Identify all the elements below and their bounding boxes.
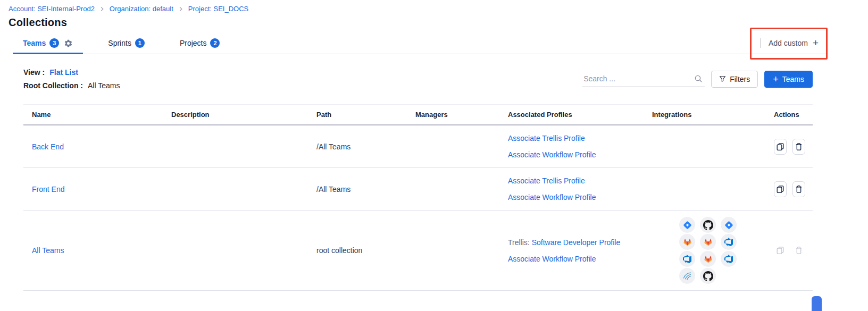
plus-icon: + (773, 75, 779, 83)
jira-icon (721, 217, 737, 233)
row-name-cell: Back End (23, 142, 171, 151)
profile-link[interactable]: Associate Workflow Profile (508, 255, 596, 263)
profile-link[interactable]: Associate Workflow Profile (508, 150, 596, 159)
row-integrations-cell (652, 211, 774, 290)
azure-icon (679, 251, 695, 267)
jira-icon (679, 217, 695, 233)
profile-line: Trellis:Software Developer Profile (508, 237, 620, 248)
profile-line: Associate Workflow Profile (508, 254, 596, 264)
top-bar: Account: SEI-Internal-Prod2 Organization… (0, 0, 868, 29)
profile-prefix-label: Trellis: (508, 238, 530, 247)
collections-table: Name Description Path Managers Associate… (23, 104, 813, 291)
profile-line: Associate Workflow Profile (508, 192, 596, 203)
profile-link[interactable]: Software Developer Profile (532, 238, 621, 247)
table-header: Name Description Path Managers Associate… (23, 104, 813, 125)
collection-name-link[interactable]: Back End (32, 142, 64, 151)
sonarqube-icon (679, 268, 695, 284)
collection-name-link[interactable]: All Teams (32, 246, 64, 255)
azure-icon (721, 234, 737, 250)
profile-line: Associate Trellis Profile (508, 175, 585, 186)
row-profiles-cell: Associate Trellis ProfileAssociate Workf… (508, 168, 652, 210)
plus-icon: + (813, 39, 819, 47)
chevron-right-icon (99, 6, 105, 12)
tab-sprints-label: Sprints (108, 39, 131, 47)
github-icon (700, 268, 716, 284)
tab-projects-label: Projects (180, 39, 207, 47)
column-header-description: Description (171, 111, 316, 119)
gitlab-icon (700, 251, 716, 267)
add-teams-button[interactable]: + Teams (764, 71, 813, 88)
profile-line: Associate Workflow Profile (508, 149, 596, 160)
teams-count-badge: 3 (49, 38, 59, 48)
breadcrumb: Account: SEI-Internal-Prod2 Organization… (9, 5, 859, 13)
tab-sprints[interactable]: Sprints 1 (98, 32, 155, 54)
row-path-cell: root collection (316, 246, 415, 255)
copy-button[interactable] (774, 139, 787, 155)
projects-count-badge: 2 (210, 38, 220, 48)
column-header-associated-profiles: Associated Profiles (508, 111, 652, 119)
tab-teams[interactable]: Teams 3 (13, 32, 83, 54)
row-actions-cell (774, 181, 813, 197)
search-input[interactable] (582, 71, 705, 87)
tab-bar: Teams 3 Sprints 1 Projects 2 Add custom … (13, 32, 828, 54)
collection-name-link[interactable]: Front End (32, 185, 64, 194)
row-profiles-cell: Trellis:Software Developer ProfileAssoci… (508, 230, 652, 272)
github-icon (700, 217, 716, 233)
filter-funnel-icon (719, 75, 726, 82)
vertical-divider (761, 38, 761, 48)
table-row: Front End /All Teams Associate Trellis P… (23, 168, 813, 211)
gear-icon[interactable] (64, 39, 73, 48)
column-header-integrations: Integrations (652, 111, 774, 119)
main-content: View : Flat List Root Collection : All T… (0, 54, 868, 291)
add-custom-label: Add custom (769, 39, 808, 47)
tab-teams-label: Teams (23, 39, 46, 47)
copy-button (774, 242, 787, 258)
delete-button[interactable] (792, 139, 805, 155)
root-collection-label: Root Collection : (23, 81, 83, 90)
delete-button (792, 242, 805, 258)
add-custom-button[interactable]: Add custom + (769, 39, 819, 47)
profile-line: Associate Trellis Profile (508, 133, 585, 144)
profile-link[interactable]: Associate Trellis Profile (508, 134, 585, 142)
page-title: Collections (9, 16, 859, 29)
delete-button[interactable] (792, 181, 805, 197)
chevron-right-icon (178, 6, 183, 12)
row-path-cell: /All Teams (316, 185, 415, 194)
flat-list-link[interactable]: Flat List (49, 68, 78, 77)
table-actions: Filters + Teams (582, 71, 813, 88)
controls-row: View : Flat List Root Collection : All T… (23, 68, 813, 90)
row-actions-cell (774, 139, 813, 155)
breadcrumb-account-link[interactable]: Account: SEI-Internal-Prod2 (9, 5, 95, 13)
chat-widget-partial[interactable] (812, 296, 822, 311)
column-header-managers: Managers (415, 111, 508, 119)
row-actions-cell (774, 242, 813, 258)
row-profiles-cell: Associate Trellis ProfileAssociate Workf… (508, 125, 652, 167)
tab-projects[interactable]: Projects 2 (170, 32, 230, 54)
integrations-grid (679, 211, 737, 290)
row-path-cell: /All Teams (316, 142, 415, 151)
column-header-name: Name (23, 111, 171, 119)
table-row: All Teams root collection Trellis:Softwa… (23, 211, 813, 291)
gitlab-icon (679, 234, 695, 250)
column-header-actions: Actions (774, 111, 813, 119)
copy-button[interactable] (774, 181, 787, 197)
profile-link[interactable]: Associate Workflow Profile (508, 193, 596, 201)
row-name-cell: All Teams (23, 246, 171, 255)
add-custom-area: Add custom + (761, 38, 828, 48)
row-integrations-cell (652, 183, 774, 196)
add-teams-button-label: Teams (782, 75, 804, 83)
view-controls: View : Flat List Root Collection : All T… (23, 68, 120, 90)
table-body: Back End /All Teams Associate Trellis Pr… (23, 125, 813, 291)
integrations-grid (679, 140, 737, 153)
filters-button[interactable]: Filters (711, 71, 758, 88)
breadcrumb-organization-link[interactable]: Organization: default (110, 5, 173, 13)
profile-link[interactable]: Associate Trellis Profile (508, 176, 585, 185)
breadcrumb-project-link[interactable]: Project: SEI_DOCS (188, 5, 248, 13)
view-label: View : (23, 68, 45, 77)
search-box (582, 71, 705, 87)
integrations-grid (679, 183, 737, 196)
root-collection-value: All Teams (88, 81, 120, 90)
azure-icon (721, 251, 737, 267)
table-row: Back End /All Teams Associate Trellis Pr… (23, 125, 813, 168)
column-header-path: Path (316, 111, 415, 119)
